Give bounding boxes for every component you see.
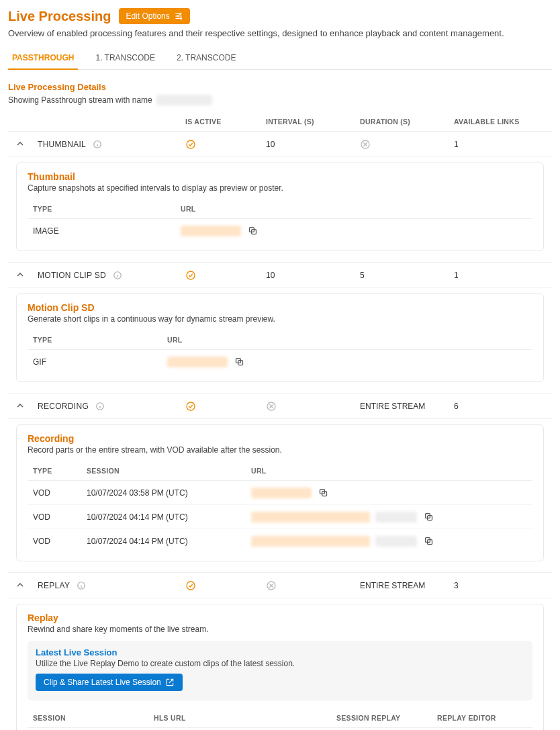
col-session: SESSION — [28, 709, 148, 728]
collapse-toggle-replay[interactable] — [13, 578, 27, 592]
overview-text: Overview of enabled processing features … — [8, 28, 552, 38]
masked-url: xxxxxxxxx — [251, 488, 312, 498]
row-name: REPLAY — [38, 581, 70, 590]
edit-options-label: Edit Options — [126, 11, 169, 21]
chevron-up-icon — [15, 269, 26, 280]
cell-links: 3 — [449, 573, 552, 598]
cell-session: 10/07/2024 04:14 PM (UTC) — [81, 529, 246, 553]
col-replay-editor: REPLAY EDITOR — [432, 709, 532, 728]
cell-type: GIF — [28, 350, 162, 374]
info-icon — [77, 581, 86, 590]
col-hls-url: HLS URL — [148, 709, 331, 728]
table-row: IMAGE xxxxxxxxx — [28, 219, 532, 243]
replay-detail-card: Replay Rewind and share key moments of t… — [16, 604, 544, 730]
cell-duration: ENTIRE STREAM — [355, 394, 449, 419]
info-button-replay[interactable] — [75, 580, 87, 592]
copy-url-button[interactable] — [422, 535, 435, 547]
latest-session-callout: Latest Live Session Utilize the Live Rep… — [28, 641, 532, 700]
info-icon — [95, 402, 105, 411]
copy-url-button[interactable] — [317, 486, 330, 499]
tab-transcode-2[interactable]: 2. TRANSCODE — [173, 48, 240, 69]
check-active-icon — [185, 270, 255, 281]
info-button-recording[interactable] — [94, 400, 106, 412]
info-icon — [93, 140, 102, 149]
details-subtitle-prefix: Showing Passthrough stream with name — [8, 95, 152, 105]
row-thumbnail: THUMBNAIL 10 — [8, 132, 552, 157]
empty-icon — [266, 401, 349, 412]
table-row: VOD 10/07/2024 04:14 PM (UTC) xxxxxxxxxx… — [28, 529, 532, 553]
cell-interval: 10 — [261, 263, 355, 288]
copy-url-button[interactable] — [233, 355, 246, 368]
col-type: TYPE — [28, 199, 175, 219]
external-link-icon — [165, 678, 175, 687]
chevron-up-icon — [15, 580, 26, 590]
tabs: PASSTHROUGH 1. TRANSCODE 2. TRANSCODE — [8, 48, 552, 70]
info-button-motionclip[interactable] — [111, 269, 124, 281]
row-replay: REPLAY — [8, 573, 552, 598]
check-active-icon — [185, 139, 255, 150]
thumbnail-detail-card: Thumbnail Capture snapshots at specified… — [16, 163, 544, 251]
cell-type: IMAGE — [28, 219, 175, 243]
tab-passthrough[interactable]: PASSTHROUGH — [8, 48, 78, 69]
detail-title: Motion Clip SD — [28, 302, 532, 313]
col-url: URL — [175, 199, 532, 219]
table-row: VOD 10/07/2024 03:58 PM (UTC) xxxxxxxxx — [28, 481, 532, 505]
stream-name-masked: redacted — [156, 95, 212, 105]
copy-icon — [248, 226, 258, 236]
table-row: VOD 10/07/2024 04:14 PM (UTC) xxxxxxxxxx… — [28, 505, 532, 529]
row-name: THUMBNAIL — [38, 140, 86, 149]
empty-icon — [266, 580, 349, 591]
collapse-toggle-motionclip[interactable] — [13, 268, 27, 281]
details-header: Live Processing Details Showing Passthro… — [8, 82, 552, 105]
masked-url: xxxxxxxxxxxxxx — [251, 512, 370, 522]
cell-session: 10/07/2024 04:14 PM (UTC) — [81, 505, 246, 529]
collapse-toggle-thumbnail[interactable] — [13, 137, 27, 150]
svg-point-22 — [187, 582, 195, 590]
detail-desc: Record parts or the entire stream, with … — [28, 445, 532, 455]
copy-icon — [424, 512, 434, 522]
tab-transcode-1[interactable]: 1. TRANSCODE — [91, 48, 158, 69]
check-active-icon — [185, 580, 255, 591]
cell-interval: 10 — [261, 132, 355, 157]
svg-point-1 — [177, 15, 178, 17]
detail-title: Thumbnail — [28, 171, 532, 182]
table-row: LATEST xxxxxxxxxx Watch Replay — [28, 728, 532, 731]
detail-desc: Rewind and share key moments of the live… — [28, 625, 532, 634]
copy-icon — [318, 488, 328, 498]
cell-type: VOD — [28, 481, 81, 505]
col-interval: INTERVAL (S) — [261, 112, 355, 132]
cell-links: 6 — [449, 394, 552, 419]
row-recording: RECORDING — [8, 394, 552, 419]
svg-point-9 — [187, 271, 195, 279]
col-url: URL — [246, 461, 532, 481]
collapse-toggle-recording[interactable] — [13, 399, 27, 412]
info-button-thumbnail[interactable] — [91, 138, 103, 150]
masked-url-tail: xxxx — [375, 512, 417, 522]
col-toggle — [8, 112, 32, 132]
page-title: Live Processing — [8, 9, 111, 24]
col-available-links: AVAILABLE LINKS — [449, 112, 552, 132]
callout-desc: Utilize the Live Replay Demo to create c… — [36, 659, 524, 668]
svg-point-13 — [187, 402, 195, 410]
cell-session: 10/07/2024 03:58 PM (UTC) — [81, 481, 246, 505]
col-is-active: IS ACTIVE — [180, 112, 261, 132]
col-type: TYPE — [28, 330, 162, 350]
clip-share-latest-button[interactable]: Clip & Share Latest Live Session — [36, 674, 183, 691]
row-name: MOTION CLIP SD — [38, 271, 106, 280]
clip-share-latest-label: Clip & Share Latest Live Session — [44, 678, 161, 687]
copy-icon — [234, 357, 244, 367]
cell-type: VOD — [28, 529, 81, 553]
col-session: SESSION — [81, 461, 246, 481]
copy-url-button[interactable] — [246, 224, 259, 237]
copy-url-button[interactable] — [422, 510, 435, 523]
masked-url: xxxxxxxxx — [181, 226, 241, 236]
col-session-replay: SESSION REPLAY — [331, 709, 432, 728]
recording-detail-card: Recording Record parts or the entire str… — [16, 424, 544, 561]
row-motionclip: MOTION CLIP SD 10 5 1 — [8, 263, 552, 288]
edit-options-button[interactable]: Edit Options — [119, 8, 189, 24]
processing-table: IS ACTIVE INTERVAL (S) DURATION (S) AVAI… — [8, 112, 552, 730]
col-type: TYPE — [28, 461, 81, 481]
sliders-icon — [174, 11, 183, 21]
detail-title: Recording — [28, 433, 532, 444]
col-name — [32, 112, 180, 132]
